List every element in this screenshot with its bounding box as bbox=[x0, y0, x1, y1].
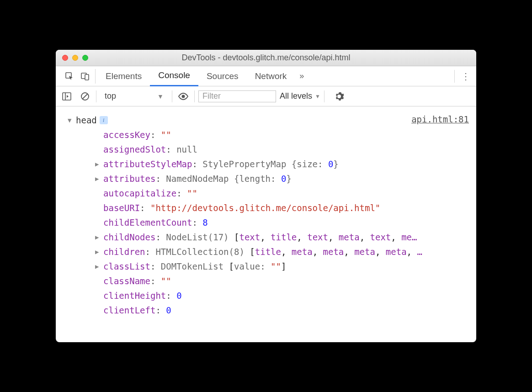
property-key: autocapitalize bbox=[103, 186, 176, 201]
property-key: childNodes bbox=[103, 230, 155, 244]
divider bbox=[194, 90, 195, 102]
property-value: 8 bbox=[202, 215, 207, 230]
titlebar[interactable]: DevTools - devtools.glitch.me/console/ap… bbox=[56, 50, 476, 66]
property-value: "" bbox=[187, 186, 197, 201]
disclosure-triangle-icon[interactable] bbox=[95, 171, 103, 186]
property-key: clientLeft bbox=[103, 303, 155, 318]
property-key: baseURI bbox=[103, 201, 140, 215]
property-value: 0 bbox=[166, 303, 171, 318]
divider bbox=[324, 90, 325, 102]
property-list: accessKey: ""assignedSlot: nullattribute… bbox=[63, 127, 469, 318]
property-value: null bbox=[176, 142, 197, 157]
property-key: classList bbox=[103, 259, 150, 274]
divider bbox=[96, 90, 96, 102]
log-levels-selector[interactable]: All levels ▼ bbox=[280, 91, 320, 101]
property-value: DOMTokenList [value: ""] bbox=[161, 259, 287, 274]
console-output[interactable]: api.html:81 head i accessKey: ""assigned… bbox=[56, 106, 476, 342]
divider bbox=[172, 90, 172, 102]
toggle-sidebar-icon[interactable] bbox=[59, 89, 74, 104]
property-key: children bbox=[103, 244, 145, 259]
disclosure-triangle-icon[interactable] bbox=[68, 113, 76, 127]
levels-label: All levels bbox=[280, 91, 312, 101]
devtools-tabbar: Elements Console Sources Network » ⋮ bbox=[56, 66, 476, 86]
disclosure-triangle-icon[interactable] bbox=[95, 244, 103, 259]
property-row: accessKey: "" bbox=[63, 127, 469, 142]
tab-sources[interactable]: Sources bbox=[198, 66, 247, 86]
clear-console-icon[interactable] bbox=[78, 89, 92, 104]
tabbar-right: ⋮ bbox=[454, 70, 473, 83]
property-key: attributes bbox=[103, 171, 155, 186]
gear-icon[interactable] bbox=[332, 89, 346, 104]
property-row[interactable]: children: HTMLCollection(8) [title, meta… bbox=[63, 244, 469, 259]
console-toolbar: top ▼ All levels ▼ bbox=[56, 86, 476, 106]
kebab-menu-icon[interactable]: ⋮ bbox=[454, 70, 470, 83]
property-value: StylePropertyMap {size: 0} bbox=[202, 157, 338, 171]
property-row: autocapitalize: "" bbox=[63, 186, 469, 201]
inspect-element-icon[interactable] bbox=[62, 69, 77, 84]
property-value: NamedNodeMap {length: 0} bbox=[166, 171, 292, 186]
property-row: baseURI: "http://devtools.glitch.me/cons… bbox=[63, 201, 469, 215]
chevron-down-icon: ▼ bbox=[157, 93, 164, 100]
window-title: DevTools - devtools.glitch.me/console/ap… bbox=[62, 53, 470, 63]
property-row: assignedSlot: null bbox=[63, 142, 469, 157]
live-expression-icon[interactable] bbox=[176, 89, 191, 104]
property-value: " bbox=[150, 201, 155, 215]
property-key: accessKey bbox=[103, 127, 150, 142]
property-key: clientHeight bbox=[103, 288, 166, 303]
tabbar-left-tools bbox=[59, 69, 96, 84]
tab-elements[interactable]: Elements bbox=[97, 66, 150, 86]
filter-input[interactable] bbox=[198, 90, 276, 102]
tab-network[interactable]: Network bbox=[247, 66, 295, 86]
svg-line-6 bbox=[83, 94, 88, 99]
property-row: clientLeft: 0 bbox=[63, 303, 469, 318]
disclosure-triangle-icon[interactable] bbox=[95, 157, 103, 171]
property-key: assignedSlot bbox=[103, 142, 166, 157]
source-link[interactable]: api.html:81 bbox=[411, 112, 469, 127]
svg-rect-2 bbox=[85, 74, 89, 80]
property-row: childElementCount: 8 bbox=[63, 215, 469, 230]
info-icon[interactable]: i bbox=[100, 116, 108, 124]
property-value: 0 bbox=[176, 288, 181, 303]
svg-point-7 bbox=[181, 95, 185, 98]
chevron-down-icon: ▼ bbox=[315, 93, 320, 100]
devtools-window: DevTools - devtools.glitch.me/console/ap… bbox=[56, 50, 476, 342]
property-key: childElementCount bbox=[103, 215, 192, 230]
object-name: head bbox=[76, 113, 97, 127]
disclosure-triangle-icon[interactable] bbox=[95, 259, 103, 274]
tabs-overflow-icon[interactable]: » bbox=[295, 71, 309, 81]
device-toggle-icon[interactable] bbox=[78, 69, 92, 84]
property-value: "" bbox=[161, 274, 171, 288]
property-row: className: "" bbox=[63, 274, 469, 288]
property-row: clientHeight: 0 bbox=[63, 288, 469, 303]
property-row[interactable]: classList: DOMTokenList [value: ""] bbox=[63, 259, 469, 274]
property-row[interactable]: attributeStyleMap: StylePropertyMap {siz… bbox=[63, 157, 469, 171]
context-selector[interactable]: top ▼ bbox=[100, 91, 168, 101]
property-key: attributeStyleMap bbox=[103, 157, 192, 171]
disclosure-triangle-icon[interactable] bbox=[95, 230, 103, 244]
context-value: top bbox=[105, 91, 116, 101]
property-value: "" bbox=[161, 127, 171, 142]
property-row[interactable]: attributes: NamedNodeMap {length: 0} bbox=[63, 171, 469, 186]
property-key: className bbox=[103, 274, 150, 288]
tab-console[interactable]: Console bbox=[150, 66, 198, 86]
property-row[interactable]: childNodes: NodeList(17) [text, title, t… bbox=[63, 230, 469, 244]
panel-tabs: Elements Console Sources Network bbox=[97, 66, 295, 86]
object-root[interactable]: head i bbox=[63, 113, 469, 127]
property-value: HTMLCollection(8) [title, meta, meta, me… bbox=[155, 244, 422, 259]
property-value: NodeList(17) [text, title, text, meta, t… bbox=[166, 230, 417, 244]
